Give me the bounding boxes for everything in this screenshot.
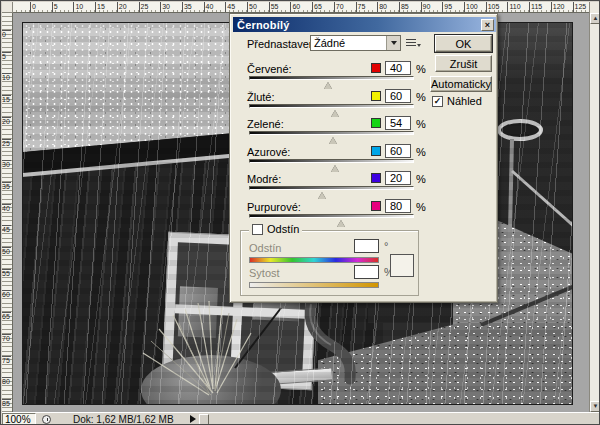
ruler-h-label: 45 [225, 2, 235, 13]
channel-slider-thumb[interactable] [324, 82, 332, 89]
ruler-h-label: 110 [507, 2, 520, 13]
ruler-h-label: 0 [30, 2, 36, 13]
status-proxy-box[interactable] [199, 414, 209, 425]
preset-menu-icon[interactable] [406, 39, 416, 47]
channel-slider-track[interactable] [249, 104, 414, 108]
ruler-h-label: 20 [117, 2, 127, 13]
ruler-h-label: 125 [573, 2, 587, 13]
saturation-slider[interactable] [249, 282, 379, 288]
percent-label: % [416, 146, 426, 158]
ruler-h-label: 90 [421, 2, 431, 13]
status-menu-arrow-icon[interactable] [190, 415, 196, 423]
channel-color-swatch [371, 173, 381, 183]
tint-checkbox[interactable] [252, 224, 263, 235]
ruler-v-label: 80 [2, 377, 11, 384]
ruler-h-label: 100 [464, 2, 478, 13]
channel-value-field[interactable]: 60 [385, 89, 411, 103]
ruler-h-label: 115 [529, 2, 542, 13]
ruler-h-label: 5 [52, 2, 58, 13]
ruler-v-label: 75 [2, 356, 11, 363]
channel-label: Purpurové: [247, 201, 301, 213]
tint-color-swatch[interactable] [390, 254, 414, 277]
scrollbar-top-box [589, 2, 600, 13]
vertical-scrollbar[interactable]: ▲ ▼ [589, 13, 600, 412]
preview-label: Náhled [447, 95, 482, 107]
ruler-h-label: 95 [442, 2, 452, 13]
ruler-v-label: 55 [2, 269, 11, 276]
ruler-v-label: 10 [2, 73, 11, 80]
channel-value-field[interactable]: 40 [385, 61, 411, 75]
scroll-down-icon[interactable]: ▼ [590, 401, 600, 412]
ruler-h-label: 120 [551, 2, 565, 13]
channel-color-swatch [371, 146, 381, 156]
saturation-field[interactable] [354, 265, 379, 279]
close-icon[interactable]: × [481, 19, 494, 31]
preview-checkbox[interactable]: ✓ [432, 96, 443, 107]
ruler-h-label: 80 [377, 2, 387, 13]
channel-value-field[interactable]: 20 [385, 171, 411, 185]
ruler-h-label: 15 [95, 2, 105, 13]
channel-slider-track[interactable] [249, 159, 414, 163]
ruler-h-label: 40 [204, 2, 214, 13]
percent-label: % [416, 63, 426, 75]
channel-value-field[interactable]: 54 [385, 116, 411, 130]
scroll-up-icon[interactable]: ▲ [590, 13, 600, 24]
channel-label: Modré: [247, 173, 281, 185]
percent-label: % [416, 91, 426, 103]
ruler-h-label: 35 [182, 2, 192, 13]
channel-slider-track[interactable] [249, 131, 414, 135]
ruler-corner [2, 2, 13, 13]
ruler-h-label: 105 [486, 2, 500, 13]
ruler-v-label: 35 [2, 182, 11, 189]
status-bar: 100% Dok: 1,62 MB/1,62 MB [2, 412, 600, 425]
ruler-h-label: 65 [312, 2, 322, 13]
channel-label: Zelené: [247, 118, 284, 130]
photoshop-window: 0510152025303540455055606570758085909510… [0, 0, 600, 425]
ruler-horizontal[interactable]: 0510152025303540455055606570758085909510… [13, 2, 589, 13]
dialog-titlebar[interactable]: Černobílý × [233, 17, 496, 32]
dialog-title: Černobílý [233, 19, 481, 31]
ruler-h-label: 30 [160, 2, 170, 13]
chevron-down-icon[interactable] [386, 36, 400, 50]
channel-slider-thumb[interactable] [318, 192, 326, 199]
preset-dropdown[interactable]: Žádné [310, 35, 401, 51]
ruler-v-label: 40 [2, 204, 11, 211]
ruler-v-label: 45 [2, 225, 11, 232]
ruler-v-label: 0 [2, 30, 11, 37]
hue-slider[interactable] [249, 257, 379, 263]
ruler-v-label: 50 [2, 247, 11, 254]
channel-slider-thumb[interactable] [331, 110, 339, 117]
channel-color-swatch [371, 91, 381, 101]
saturation-label: Sytost [249, 267, 280, 279]
channel-value-field[interactable]: 60 [385, 144, 411, 158]
channel-label: Azurové: [247, 146, 290, 158]
channel-color-swatch [371, 63, 381, 73]
ok-button[interactable]: OK [435, 35, 492, 52]
channel-slider-track[interactable] [249, 76, 414, 80]
auto-button[interactable]: Automaticky [430, 76, 492, 92]
ruler-h-label: 50 [247, 2, 257, 13]
channel-slider-thumb[interactable] [329, 137, 337, 144]
channel-slider-thumb[interactable] [331, 165, 339, 172]
ruler-v-label: 70 [2, 334, 11, 341]
ruler-v-label: 30 [2, 160, 11, 167]
channel-slider-track[interactable] [249, 186, 414, 190]
channel-slider-track[interactable] [249, 214, 414, 218]
zoom-level-field[interactable]: 100% [2, 413, 36, 425]
percent-label: % [416, 201, 426, 213]
preset-value: Žádné [311, 36, 386, 50]
channel-slider-thumb[interactable] [337, 220, 345, 227]
ruler-h-label: 25 [139, 2, 149, 13]
ruler-h-label: 10 [73, 2, 83, 13]
ruler-h-label: 70 [334, 2, 344, 13]
channel-value-field[interactable]: 80 [385, 199, 411, 213]
ruler-h-label: 85 [399, 2, 409, 13]
ruler-vertical[interactable]: 0510152025303540455055606570758085 [2, 13, 13, 412]
hue-field[interactable] [354, 239, 379, 253]
document-size-info: Dok: 1,62 MB/1,62 MB [73, 414, 174, 425]
percent-label: % [416, 118, 426, 130]
ruler-v-label: 60 [2, 290, 11, 297]
ruler-v-label: 65 [2, 312, 11, 319]
ruler-h-label: 60 [290, 2, 300, 13]
cancel-button[interactable]: Zrušit [435, 55, 492, 72]
